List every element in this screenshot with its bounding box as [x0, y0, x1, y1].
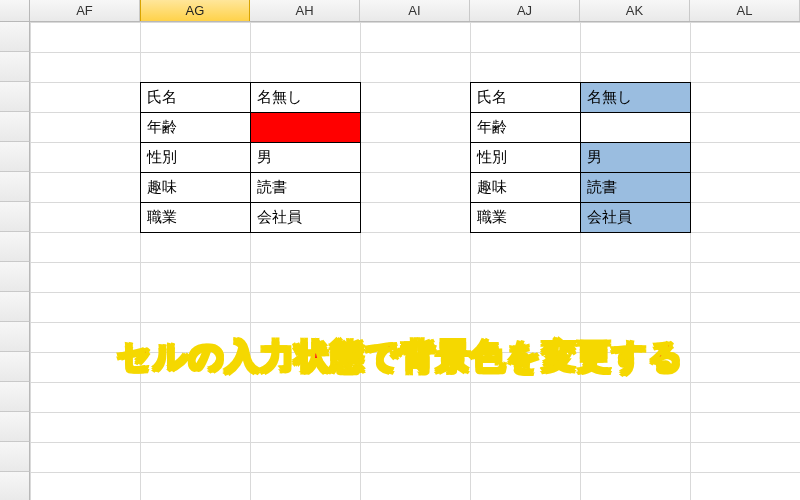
grid-body[interactable]: 氏名 名無し 年齢 性別 男 趣味 読書 職業 会社員 氏名	[0, 22, 800, 500]
row-header[interactable]	[0, 262, 30, 292]
row-header[interactable]	[0, 112, 30, 142]
row-header[interactable]	[0, 442, 30, 472]
table-row: 年齢	[471, 113, 691, 143]
spreadsheet-area: AF AG AH AI AJ AK AL 氏名 名無し 年齢 性別 男 趣味	[0, 0, 800, 500]
caption-text: セルの入力状態で背景色を変更する	[0, 334, 800, 380]
row-header[interactable]	[0, 52, 30, 82]
table-row: 性別 男	[141, 143, 361, 173]
table-row: 職業 会社員	[141, 203, 361, 233]
cell-label[interactable]: 職業	[471, 203, 581, 233]
cell-value-filled-highlight[interactable]: 会社員	[581, 203, 691, 233]
row-header[interactable]	[0, 382, 30, 412]
table-row: 趣味 読書	[141, 173, 361, 203]
cell-value-filled-highlight[interactable]: 読書	[581, 173, 691, 203]
cell-label[interactable]: 氏名	[471, 83, 581, 113]
row-header[interactable]	[0, 172, 30, 202]
cell-value[interactable]: 名無し	[251, 83, 361, 113]
cell-value-filled-highlight[interactable]: 名無し	[581, 83, 691, 113]
cell-label[interactable]: 性別	[141, 143, 251, 173]
cell-value[interactable]: 男	[251, 143, 361, 173]
row-header[interactable]	[0, 412, 30, 442]
cell-label[interactable]: 年齢	[141, 113, 251, 143]
row-header[interactable]	[0, 142, 30, 172]
select-all-corner[interactable]	[0, 0, 30, 21]
cell-label[interactable]: 趣味	[141, 173, 251, 203]
row-header[interactable]	[0, 232, 30, 262]
table-row: 趣味 読書	[471, 173, 691, 203]
data-table-right: 氏名 名無し 年齢 性別 男 趣味 読書 職業 会社員	[470, 82, 691, 233]
col-header-AG[interactable]: AG	[140, 0, 250, 21]
row-header[interactable]	[0, 202, 30, 232]
table-row: 氏名 名無し	[471, 83, 691, 113]
data-table-left: 氏名 名無し 年齢 性別 男 趣味 読書 職業 会社員	[140, 82, 361, 233]
column-headers-row: AF AG AH AI AJ AK AL	[0, 0, 800, 22]
cell-label[interactable]: 年齢	[471, 113, 581, 143]
table-row: 性別 男	[471, 143, 691, 173]
cell-label[interactable]: 性別	[471, 143, 581, 173]
row-header[interactable]	[0, 472, 30, 500]
col-header-AI[interactable]: AI	[360, 0, 470, 21]
cell-value[interactable]: 会社員	[251, 203, 361, 233]
col-header-AF[interactable]: AF	[30, 0, 140, 21]
row-header[interactable]	[0, 22, 30, 52]
cell-label[interactable]: 趣味	[471, 173, 581, 203]
col-header-AJ[interactable]: AJ	[470, 0, 580, 21]
cell-value[interactable]	[581, 113, 691, 143]
table-row: 年齢	[141, 113, 361, 143]
cell-value-filled-highlight[interactable]: 男	[581, 143, 691, 173]
table-row: 職業 会社員	[471, 203, 691, 233]
cell-label[interactable]: 氏名	[141, 83, 251, 113]
table-row: 氏名 名無し	[141, 83, 361, 113]
cell-value-empty-highlight[interactable]	[251, 113, 361, 143]
row-header[interactable]	[0, 82, 30, 112]
cell-label[interactable]: 職業	[141, 203, 251, 233]
col-header-AH[interactable]: AH	[250, 0, 360, 21]
col-header-AK[interactable]: AK	[580, 0, 690, 21]
cell-value[interactable]: 読書	[251, 173, 361, 203]
col-header-AL[interactable]: AL	[690, 0, 800, 21]
row-header[interactable]	[0, 292, 30, 322]
